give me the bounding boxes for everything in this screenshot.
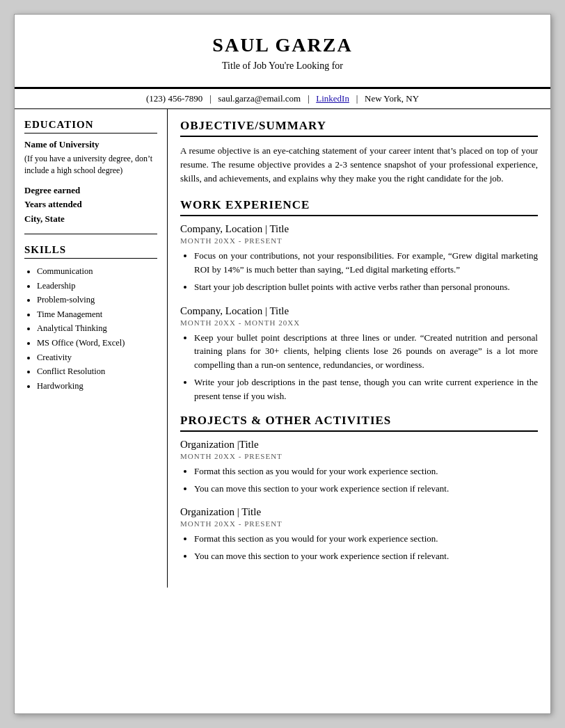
work-bullet-item: Start your job description bullet points… (194, 280, 538, 294)
work-bullets: Focus on your contributions, not your re… (180, 249, 538, 294)
education-divider (24, 234, 157, 234)
location: New York, NY (365, 93, 419, 104)
skill-item: Time Management (37, 307, 157, 322)
skill-item: Hardworking (37, 379, 157, 394)
linkedin-link[interactable]: LinkedIn (316, 93, 349, 104)
university-name: Name of University (24, 139, 157, 150)
work-bullet-item: Keep your bullet point descriptions at t… (194, 331, 538, 372)
project-entries: Organization |TitleMONTH 20XX - PRESENTF… (180, 439, 538, 563)
objective-heading: OBJECTIVE/SUMMARY (180, 119, 538, 137)
org-title: Organization | Title (180, 506, 538, 518)
body-columns: EDUCATION Name of University (If you hav… (15, 109, 550, 588)
work-bullets: Keep your bullet point descriptions at t… (180, 331, 538, 403)
resume-paper: SAUL GARZA Title of Job You're Looking f… (14, 14, 551, 714)
work-dates: MONTH 20XX - PRESENT (180, 236, 538, 245)
project-entry: Organization | TitleMONTH 20XX - PRESENT… (180, 506, 538, 563)
skills-list: CommunicationLeadershipProblem-solvingTi… (24, 264, 157, 394)
resume-name: SAUL GARZA (29, 34, 536, 56)
org-bullet-item: You can move this section to your work e… (194, 549, 538, 563)
left-column: EDUCATION Name of University (If you hav… (15, 109, 168, 588)
skill-item: Communication (37, 264, 157, 279)
skill-item: Conflict Resolution (37, 364, 157, 379)
city-state: City, State (24, 212, 157, 227)
projects-heading: PROJECTS & OTHER ACTIVITIES (180, 414, 538, 432)
org-title: Organization |Title (180, 439, 538, 451)
org-bullets: Format this section as you would for you… (180, 464, 538, 495)
skills-heading: SKILLS (24, 244, 157, 259)
org-dates: MONTH 20XX - PRESENT (180, 519, 538, 528)
right-column: OBJECTIVE/SUMMARY A resume objective is … (168, 109, 550, 588)
contact-bar: (123) 456-7890 | saul.garza@email.com | … (15, 88, 550, 109)
resume-job-title: Title of Job You're Looking for (29, 60, 536, 72)
email: saul.garza@email.com (218, 93, 301, 104)
company-title: Company, Location | Title (180, 305, 538, 317)
org-bullet-item: You can move this section to your work e… (194, 482, 538, 496)
skill-item: Problem-solving (37, 293, 157, 307)
work-entries: Company, Location | TitleMONTH 20XX - PR… (180, 223, 538, 403)
work-entry: Company, Location | TitleMONTH 20XX - PR… (180, 223, 538, 294)
skill-item: Analytical Thinking (37, 321, 157, 336)
skill-item: Leadership (37, 279, 157, 293)
work-bullet-item: Focus on your contributions, not your re… (194, 249, 538, 276)
work-dates: MONTH 20XX - MONTH 20XX (180, 318, 538, 327)
years-attended: Years attended (24, 197, 157, 212)
org-dates: MONTH 20XX - PRESENT (180, 452, 538, 460)
degree-earned: Degree earned (24, 184, 157, 198)
work-bullet-item: Write your job descriptions in the past … (194, 375, 538, 403)
university-note: (If you have a university degree, don’t … (24, 153, 157, 177)
skill-item: Creativity (37, 350, 157, 365)
phone: (123) 456-7890 (146, 93, 202, 104)
company-title: Company, Location | Title (180, 223, 538, 235)
education-heading: EDUCATION (24, 119, 157, 134)
project-entry: Organization |TitleMONTH 20XX - PRESENTF… (180, 439, 538, 495)
work-entry: Company, Location | TitleMONTH 20XX - MO… (180, 305, 538, 403)
skill-item: MS Office (Word, Excel) (37, 336, 157, 350)
org-bullet-item: Format this section as you would for you… (194, 532, 538, 546)
org-bullets: Format this section as you would for you… (180, 532, 538, 563)
work-experience-heading: WORK EXPERIENCE (180, 198, 538, 216)
header-section: SAUL GARZA Title of Job You're Looking f… (15, 15, 550, 88)
objective-text: A resume objective is an eye-catching st… (180, 144, 538, 186)
org-bullet-item: Format this section as you would for you… (194, 464, 538, 478)
skills-section: SKILLS CommunicationLeadershipProblem-so… (24, 244, 157, 394)
